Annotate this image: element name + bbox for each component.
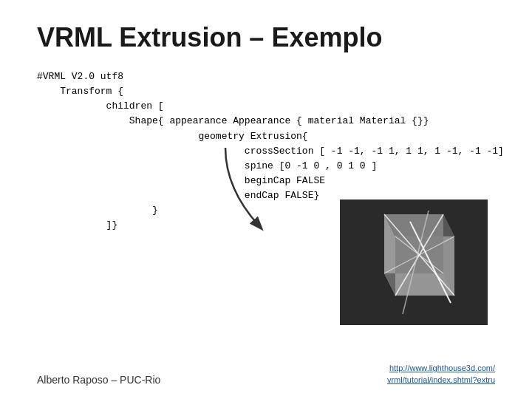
slide: VRML Extrusion – Exemplo #VRML V2.0 utf8… (0, 0, 532, 399)
code-line-3: children [ (37, 100, 164, 112)
code-line-10: } (37, 205, 158, 216)
footer-author: Alberto Raposo – PUC-Rio (37, 374, 160, 386)
code-line-2: Transform { (37, 86, 123, 97)
arrow-icon (218, 144, 277, 233)
code-line-1: #VRML V2.0 utf8 (37, 71, 123, 82)
footer-url-line1: http://www.lighthouse3d.com/ (389, 364, 495, 372)
code-line-11: ]} (37, 219, 117, 231)
code-line-5: geometry Extrusion{ (37, 131, 308, 142)
code-line-4: Shape{ appearance Appearance { material … (37, 115, 429, 126)
footer-url: http://www.lighthouse3d.com/ vrml/tutori… (387, 363, 495, 386)
code-line-7: spine [0 -1 0 , 0 1 0 ] (37, 160, 377, 171)
code-line-8: beginCap FALSE (37, 175, 325, 186)
footer: Alberto Raposo – PUC-Rio http://www.ligh… (37, 363, 495, 386)
footer-url-line2: vrml/tutorial/index.shtml?extru (387, 375, 495, 384)
slide-title: VRML Extrusion – Exemplo (37, 22, 495, 53)
